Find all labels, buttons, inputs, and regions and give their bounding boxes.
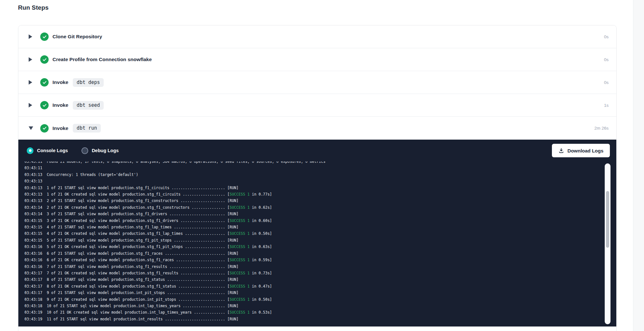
- log-line: 03:43:16 6 of 21 OK created sql view mod…: [24, 257, 616, 263]
- step-duration: 0s: [604, 80, 609, 85]
- console-panel: Console Logs Debug Logs Download Logs 03…: [18, 140, 616, 326]
- check-circle-icon: [40, 32, 49, 41]
- step-label: Invoke: [52, 125, 68, 131]
- log-success-token: SUCCESS 1: [230, 218, 250, 223]
- step-duration: 2m 26s: [594, 126, 609, 131]
- log-line: 03:43:18 10 of 21 START sql view model p…: [24, 303, 616, 309]
- log-success-token: SUCCESS 1: [230, 231, 250, 236]
- log-line: 03:43:13: [24, 178, 616, 184]
- step-row-clone-git-repository[interactable]: Clone Git Repository 0s: [18, 25, 616, 48]
- log-success-token: SUCCESS 1: [230, 284, 250, 289]
- check-circle-icon: [40, 124, 49, 133]
- radio-unselected-icon: [81, 147, 88, 154]
- log-success-token: SUCCESS 1: [230, 192, 250, 197]
- log-line: 03:43:13 1 of 21 OK created sql view mod…: [24, 191, 616, 198]
- console-header: Console Logs Debug Logs Download Logs: [18, 140, 616, 161]
- step-row-create-profile[interactable]: Create Profile from Connection snowflake…: [18, 48, 616, 71]
- log-line: 03:43:15 4 of 21 START sql view model pr…: [24, 224, 616, 230]
- console-log-output[interactable]: 03:43:11 Found 21 models, 17 tests, 0 sn…: [18, 161, 616, 326]
- log-line: 03:43:14 2 of 21 OK created sql view mod…: [24, 204, 616, 211]
- check-circle-icon: [40, 101, 49, 109]
- step-duration: 0s: [604, 57, 609, 62]
- step-command-badge: dbt seed: [73, 101, 104, 110]
- log-line: 03:43:18 9 of 21 OK created sql view mod…: [24, 296, 616, 303]
- log-success-token: SUCCESS 1: [230, 258, 250, 262]
- log-line: 03:43:17 9 of 21 START sql view model pr…: [24, 290, 616, 296]
- console-logs-radio[interactable]: Console Logs: [27, 147, 68, 154]
- check-circle-icon: [40, 78, 49, 87]
- log-line: 03:43:19 11 of 21 START sql view model p…: [24, 316, 616, 322]
- log-line: 03:43:19 10 of 21 OK created sql view mo…: [24, 309, 616, 316]
- step-label: Clone Git Repository: [52, 34, 102, 40]
- download-logs-button[interactable]: Download Logs: [552, 144, 610, 157]
- log-success-token: SUCCESS 1: [230, 271, 250, 275]
- log-line: 03:43:16 6 of 21 START sql view model pr…: [24, 250, 616, 257]
- page-right-gutter: [633, 0, 644, 331]
- log-line: 03:43:13 1 of 21 START sql view model pr…: [24, 185, 616, 191]
- log-line: 03:43:13 2 of 21 START sql view model pr…: [24, 198, 616, 204]
- caret-down-icon[interactable]: [29, 126, 36, 130]
- log-success-token: SUCCESS 1: [230, 310, 250, 315]
- log-line: 03:43:14 3 of 21 START sql view model pr…: [24, 211, 616, 217]
- log-line: 03:43:17 7 of 21 OK created sql view mod…: [24, 270, 616, 276]
- caret-right-icon[interactable]: [29, 57, 36, 62]
- log-line: 03:43:13 Concurrency: 1 threads (target=…: [24, 171, 616, 178]
- log-line: 03:43:15 3 of 21 OK created sql view mod…: [24, 217, 616, 224]
- step-duration: 0s: [604, 34, 609, 39]
- debug-logs-radio[interactable]: Debug Logs: [81, 147, 119, 154]
- step-row-invoke-dbt-deps[interactable]: Invoke dbt deps 0s: [18, 71, 616, 94]
- run-steps-card: Clone Git Repository 0s Create Profile f…: [18, 25, 617, 331]
- log-success-token: SUCCESS 1: [230, 205, 250, 210]
- log-line: 03:43:16 7 of 21 START sql view model pr…: [24, 263, 616, 270]
- log-line: 03:43:11: [24, 165, 616, 171]
- step-label: Invoke: [52, 79, 68, 85]
- console-scrollbar-track[interactable]: [605, 163, 611, 324]
- debug-logs-label: Debug Logs: [92, 148, 119, 153]
- step-command-badge: dbt deps: [73, 78, 104, 87]
- caret-right-icon[interactable]: [29, 103, 36, 107]
- log-line: 03:43:17 8 of 21 OK created sql view mod…: [24, 283, 616, 290]
- step-duration: 1s: [604, 103, 609, 108]
- radio-selected-icon: [27, 147, 33, 154]
- check-circle-icon: [40, 55, 49, 64]
- log-success-token: SUCCESS 1: [230, 297, 250, 302]
- caret-right-icon[interactable]: [29, 34, 36, 39]
- step-row-invoke-dbt-run[interactable]: Invoke dbt run 2m 26s: [18, 117, 616, 140]
- log-line: 03:43:15 5 of 21 START sql view model pr…: [24, 237, 616, 244]
- console-scrollbar-thumb[interactable]: [606, 191, 609, 248]
- log-line: 03:43:11 Found 21 models, 17 tests, 0 sn…: [24, 161, 616, 165]
- console-log-lines: 03:43:11 Found 21 models, 17 tests, 0 sn…: [24, 161, 616, 322]
- log-line: 03:43:17 8 of 21 START sql view model pr…: [24, 276, 616, 283]
- step-label: Create Profile from Connection snowflake: [52, 57, 152, 62]
- page-title: Run Steps: [18, 4, 49, 11]
- step-label: Invoke: [52, 102, 68, 108]
- caret-right-icon[interactable]: [29, 80, 36, 85]
- log-line: 03:43:16 5 of 21 OK created sql view mod…: [24, 244, 616, 250]
- step-row-invoke-dbt-seed[interactable]: Invoke dbt seed 1s: [18, 94, 616, 117]
- step-command-badge: dbt run: [73, 124, 101, 133]
- download-logs-label: Download Logs: [567, 148, 603, 153]
- download-icon: [558, 148, 564, 153]
- log-line: 03:43:15 4 of 21 OK created sql view mod…: [24, 230, 616, 237]
- log-success-token: SUCCESS 1: [230, 244, 250, 249]
- console-logs-label: Console Logs: [37, 148, 68, 153]
